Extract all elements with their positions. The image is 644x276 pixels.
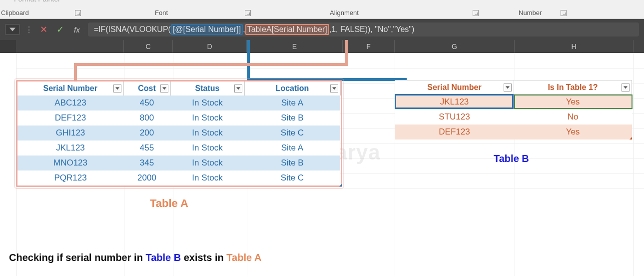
filter-dropdown-icon[interactable] <box>622 84 630 92</box>
col-header-c[interactable]: C <box>124 40 173 52</box>
table-row[interactable]: PQR1232000In StockSite C <box>17 170 340 186</box>
table-b-header[interactable]: Is In Table 1? <box>514 80 632 94</box>
filter-dropdown-icon[interactable] <box>160 84 168 92</box>
table-cell[interactable]: DEF123 <box>17 110 123 126</box>
table-cell[interactable]: Site C <box>244 126 340 140</box>
cancel-icon[interactable]: ✕ <box>40 24 47 35</box>
table-cell[interactable]: DEF123 <box>395 124 514 140</box>
caption: Checking if serial number in Table B exi… <box>9 252 261 264</box>
table-cell[interactable]: JKL123 <box>395 94 514 110</box>
clipboard-launcher[interactable] <box>75 10 81 16</box>
table-cell[interactable]: In Stock <box>170 170 244 186</box>
table-cell[interactable]: Site B <box>244 156 340 170</box>
col-header-h[interactable]: H <box>515 40 634 52</box>
table-cell[interactable]: 2000 <box>123 170 170 186</box>
table-cell[interactable]: Yes <box>514 124 632 140</box>
table-cell[interactable]: STU123 <box>395 110 514 124</box>
formula-arg-range: TableA[Serial Number] <box>245 24 329 35</box>
number-launcher[interactable] <box>561 10 567 16</box>
formula-bar: ⋮ ✕ ✓ fx =IF(ISNA(VLOOKUP([@[Serial Numb… <box>0 19 644 40</box>
table-cell[interactable]: Site C <box>244 170 340 186</box>
divider-icon: ⋮ <box>25 25 33 34</box>
format-painter-label: Format Painter <box>14 0 60 3</box>
col-header-b[interactable] <box>16 40 124 52</box>
ribbon-group-clipboard: Clipboard <box>1 9 29 16</box>
table-a-header[interactable]: Serial Number <box>17 82 123 96</box>
fx-icon[interactable]: fx <box>74 26 80 34</box>
table-cell[interactable]: In Stock <box>170 96 244 110</box>
formula-input[interactable]: =IF(ISNA(VLOOKUP([@[Serial Number]],Tabl… <box>88 22 639 36</box>
table-cell[interactable]: In Stock <box>170 126 244 140</box>
table-cell[interactable]: 800 <box>123 110 170 126</box>
ribbon-group-alignment: Alignment <box>330 9 359 16</box>
select-all-corner[interactable] <box>0 40 16 52</box>
sheet-area[interactable]: Sudeep Acharya Serial NumberCostStatusLo… <box>0 53 644 276</box>
col-header-g[interactable]: G <box>395 40 515 52</box>
column-headers: C D E F G H <box>0 40 644 53</box>
table-row[interactable]: JKL123455In StockSite A <box>17 140 340 156</box>
font-launcher[interactable] <box>245 10 251 16</box>
table-row[interactable]: STU123No <box>395 110 632 124</box>
formula-arg-serial: [@[Serial Number]] <box>171 24 243 35</box>
table-cell[interactable]: JKL123 <box>17 140 123 156</box>
formula-post: ,1, FALSE)), "No","Yes") <box>329 25 415 34</box>
table-cell[interactable]: MNO123 <box>17 156 123 170</box>
filter-dropdown-icon[interactable] <box>234 84 242 92</box>
ribbon-area: Format Painter Clipboard Font Alignment … <box>0 0 644 19</box>
col-header-e[interactable]: E <box>247 40 343 52</box>
table-cell[interactable]: 200 <box>123 126 170 140</box>
table-b-resize[interactable] <box>628 136 632 140</box>
filter-dropdown-icon[interactable] <box>504 84 512 92</box>
table-row[interactable]: ABC123450In StockSite A <box>17 96 340 110</box>
col-header-f[interactable]: F <box>343 40 395 52</box>
table-b-label: Table B <box>494 153 529 164</box>
table-row[interactable]: JKL123Yes <box>395 94 632 110</box>
table-cell[interactable]: Site B <box>244 110 340 126</box>
caption-table-a: Table A <box>226 252 261 263</box>
col-header-d[interactable]: D <box>173 40 247 52</box>
table-cell[interactable]: GHI123 <box>17 126 123 140</box>
table-cell[interactable]: In Stock <box>170 110 244 126</box>
table-row[interactable]: MNO123345In StockSite B <box>17 156 340 170</box>
table-cell[interactable]: In Stock <box>170 140 244 156</box>
table-cell[interactable]: PQR123 <box>17 170 123 186</box>
alignment-launcher[interactable] <box>473 10 479 16</box>
caption-pre: Checking if serial number in <box>9 252 145 263</box>
filter-dropdown-icon[interactable] <box>113 84 121 92</box>
formula-pre: =IF(ISNA(VLOOKUP( <box>94 25 171 34</box>
table-row[interactable]: DEF123Yes <box>395 124 632 140</box>
table-cell[interactable]: 455 <box>123 140 170 156</box>
caption-table-b: Table B <box>145 252 181 263</box>
caption-mid: exists in <box>181 252 226 263</box>
formula-comma: , <box>243 25 245 34</box>
table-cell[interactable]: Site A <box>244 96 340 110</box>
table-a: Serial NumberCostStatusLocation ABC12345… <box>16 80 342 187</box>
table-row[interactable]: DEF123800In StockSite B <box>17 110 340 126</box>
accept-icon[interactable]: ✓ <box>56 24 64 35</box>
table-a-resize[interactable] <box>338 182 342 186</box>
connector-salmon-v2 <box>74 63 77 82</box>
table-cell[interactable]: Site A <box>244 140 340 156</box>
table-cell[interactable]: In Stock <box>170 156 244 170</box>
table-a-label: Table A <box>150 197 188 210</box>
table-a-header[interactable]: Cost <box>123 82 170 96</box>
table-b: Serial NumberIs In Table 1? JKL123YesSTU… <box>395 80 632 140</box>
filter-dropdown-icon[interactable] <box>330 84 338 92</box>
table-cell[interactable]: No <box>514 110 632 124</box>
table-cell[interactable]: Yes <box>514 94 632 110</box>
table-cell[interactable]: 450 <box>123 96 170 110</box>
table-cell[interactable]: ABC123 <box>17 96 123 110</box>
ribbon-group-font: Font <box>155 9 168 16</box>
table-row[interactable]: GHI123200In StockSite C <box>17 126 340 140</box>
table-b-header[interactable]: Serial Number <box>395 80 514 94</box>
table-a-header[interactable]: Location <box>244 82 340 96</box>
table-cell[interactable]: 345 <box>123 156 170 170</box>
connector-salmon-h <box>74 63 348 66</box>
table-a-header[interactable]: Status <box>170 82 244 96</box>
ribbon-group-number: Number <box>519 9 542 16</box>
name-box-dropdown[interactable] <box>5 24 20 35</box>
